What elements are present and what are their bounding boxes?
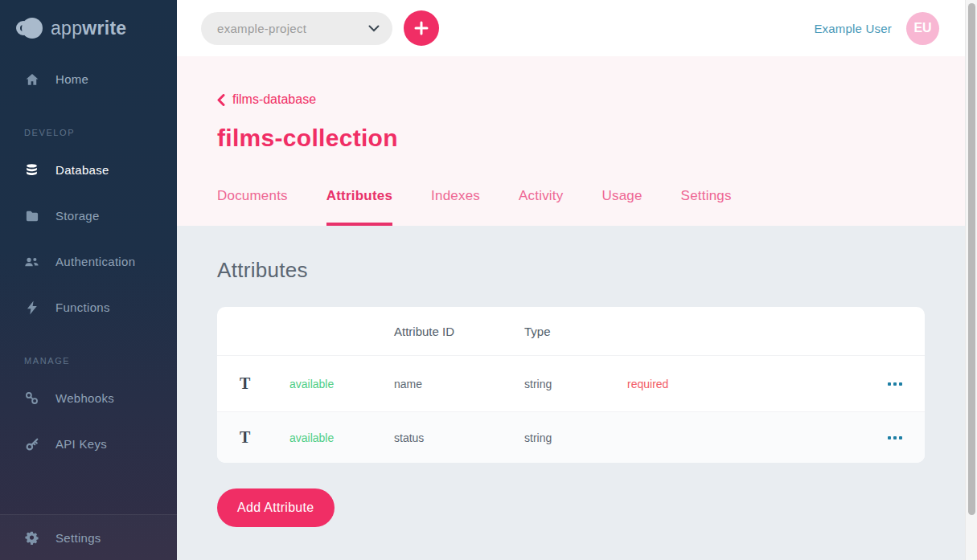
- project-selector-value: example-project: [217, 22, 306, 35]
- topbar: example-project Example User EU: [177, 0, 977, 56]
- appwrite-logo-text: appwrite: [51, 18, 126, 39]
- table-row[interactable]: T available status string: [217, 411, 925, 463]
- sidebar-item-label: Settings: [55, 531, 101, 545]
- chevron-down-icon: [368, 25, 380, 32]
- tab-settings[interactable]: Settings: [681, 188, 732, 226]
- breadcrumb[interactable]: films-database: [217, 92, 316, 107]
- tab-attributes[interactable]: Attributes: [326, 188, 392, 226]
- add-project-button[interactable]: [404, 10, 439, 46]
- sidebar-item-home[interactable]: Home: [0, 56, 177, 102]
- sidebar-item-webhooks[interactable]: Webhooks: [0, 375, 177, 421]
- scrollbar-thumb[interactable]: [968, 3, 975, 515]
- required-badge: required: [627, 378, 870, 390]
- appwrite-logo[interactable]: appwrite: [0, 0, 177, 56]
- row-menu-button[interactable]: [870, 431, 902, 444]
- sidebar-item-settings[interactable]: Settings: [0, 514, 177, 560]
- section-heading: Attributes: [217, 258, 977, 283]
- main-area: example-project Example User EU films-da…: [177, 0, 977, 560]
- text-attribute-icon: T: [240, 428, 289, 447]
- user-name-link[interactable]: Example User: [814, 22, 892, 35]
- text-attribute-icon: T: [240, 374, 289, 393]
- attributes-table: Attribute ID Type T available name strin…: [217, 307, 925, 463]
- tab-bar: Documents Attributes Indexes Activity Us…: [217, 188, 977, 226]
- tab-indexes[interactable]: Indexes: [431, 188, 480, 226]
- table-row[interactable]: T available name string required: [217, 355, 925, 411]
- sidebar: appwrite Home DEVELOP Database Storage A…: [0, 0, 177, 560]
- sidebar-item-label: Webhooks: [55, 391, 114, 405]
- three-dots-icon: [888, 436, 891, 439]
- page-header: films-database films-collection Document…: [177, 56, 977, 226]
- status-badge: available: [289, 378, 394, 390]
- tab-usage[interactable]: Usage: [601, 188, 642, 226]
- sidebar-item-api-keys[interactable]: API Keys: [0, 421, 177, 467]
- page-title: films-collection: [217, 125, 977, 152]
- column-header-type: Type: [524, 325, 627, 338]
- add-attribute-button[interactable]: Add Attribute: [217, 488, 335, 527]
- tab-documents[interactable]: Documents: [217, 188, 288, 226]
- lightning-icon: [24, 300, 39, 315]
- type-cell: string: [524, 378, 627, 390]
- sidebar-item-label: Storage: [55, 209, 100, 223]
- user-avatar[interactable]: EU: [906, 12, 939, 45]
- row-menu-button[interactable]: [870, 378, 902, 390]
- sidebar-item-database[interactable]: Database: [0, 147, 177, 193]
- sidebar-item-label: Database: [55, 163, 109, 177]
- breadcrumb-label: films-database: [232, 92, 316, 107]
- home-icon: [24, 72, 39, 87]
- chain-link-icon: [24, 391, 39, 405]
- project-selector[interactable]: example-project: [201, 12, 392, 45]
- folder-icon: [24, 210, 39, 223]
- column-header-attribute-id: Attribute ID: [394, 325, 524, 338]
- status-badge: available: [289, 431, 394, 444]
- gear-icon: [24, 531, 39, 545]
- key-icon: [24, 437, 39, 452]
- table-header-row: Attribute ID Type: [217, 307, 925, 355]
- sidebar-item-label: Authentication: [55, 255, 135, 268]
- attribute-id-cell: status: [394, 431, 524, 444]
- sidebar-item-label: Functions: [55, 300, 110, 314]
- scrollbar-track[interactable]: [965, 0, 977, 560]
- three-dots-icon: [888, 382, 891, 386]
- sidebar-section-manage: MANAGE: [24, 346, 177, 375]
- attribute-id-cell: name: [394, 378, 524, 390]
- database-icon: [24, 163, 39, 178]
- sidebar-item-storage[interactable]: Storage: [0, 193, 177, 239]
- chevron-left-icon: [217, 94, 225, 106]
- content: Attributes Attribute ID Type T available…: [177, 226, 977, 560]
- users-icon: [24, 255, 39, 268]
- sidebar-item-functions[interactable]: Functions: [0, 284, 177, 330]
- sidebar-section-develop: DEVELOP: [24, 118, 177, 147]
- appwrite-logo-icon: [16, 18, 43, 39]
- sidebar-item-label: API Keys: [55, 437, 107, 451]
- sidebar-item-authentication[interactable]: Authentication: [0, 239, 177, 284]
- plus-icon: [414, 21, 429, 35]
- sidebar-item-label: Home: [55, 72, 88, 86]
- tab-activity[interactable]: Activity: [519, 188, 563, 226]
- type-cell: string: [524, 431, 627, 444]
